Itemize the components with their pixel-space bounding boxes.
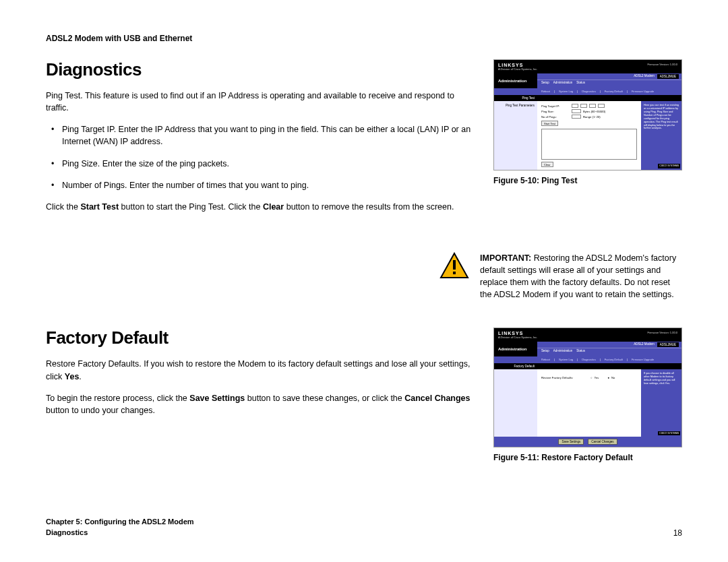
yes-ref: Yes	[65, 372, 80, 381]
diagnostics-row: Diagnostics Ping Test. This feature is u…	[46, 59, 682, 222]
num-input[interactable]	[572, 115, 581, 119]
diagnostics-heading: Diagnostics	[46, 59, 475, 80]
field-size-label: Ping Size:	[541, 110, 570, 113]
section-label: Administration	[494, 342, 537, 356]
size-hint: Bytes (60~65500)	[583, 110, 605, 113]
factory-text: Factory Default Restore Factory Defaults…	[46, 327, 475, 462]
important-row: IMPORTANT: Restoring the ADSL2 Modem's f…	[46, 252, 682, 301]
ip-input-1[interactable]	[572, 104, 578, 108]
page-footer: Chapter 5: Configuring the ADSL2 Modem D…	[46, 517, 682, 538]
diagnostics-text: Diagnostics Ping Test. This feature is u…	[46, 59, 475, 222]
figure-5-10: LINKSYS A Division of Cisco Systems, Inc…	[493, 59, 682, 222]
text: button to start the Ping Test. Click the	[119, 202, 263, 212]
radio-no[interactable]: ●	[607, 376, 609, 379]
factory-default-screenshot: LINKSYS A Division of Cisco Systems, Inc…	[493, 327, 682, 447]
model-code: ADSL2MUE	[657, 74, 679, 79]
model-label: ADSL2 Modem	[634, 342, 655, 347]
factory-p1: Restore Factory Defaults. If you wish to…	[46, 358, 475, 382]
bullet-target-ip: Ping Target IP. Enter the IP Address tha…	[62, 123, 475, 148]
svg-rect-2	[453, 272, 456, 274]
crumb-label: Factory Default	[497, 365, 537, 368]
diagnostics-intro: Ping Test. This feature is used to find …	[46, 90, 475, 114]
text: button to remove the results from the sc…	[284, 202, 454, 212]
page-number: 18	[673, 528, 682, 538]
size-input[interactable]	[572, 109, 581, 113]
factory-row: Factory Default Restore Factory Defaults…	[46, 327, 682, 462]
clear-button[interactable]: Clear	[541, 162, 553, 167]
subtab-syslog[interactable]: System Log	[559, 90, 573, 93]
results-area	[541, 129, 637, 160]
help-text: If you choose to disable all other Modem…	[644, 372, 679, 385]
figure-5-11-caption: Figure 5-11: Restore Factory Default	[493, 453, 682, 462]
start-test-ref: Start Test	[80, 202, 119, 212]
svg-rect-1	[453, 260, 456, 270]
ping-test-screenshot: LINKSYS A Division of Cisco Systems, Inc…	[493, 59, 682, 170]
field-target-label: Ping Target IP:	[541, 104, 570, 108]
figure-5-10-caption: Figure 5-10: Ping Test	[493, 176, 682, 185]
subtab-diagnostics[interactable]: Diagnostics	[582, 90, 596, 93]
cancel-changes-button[interactable]: Cancel Changes	[588, 439, 617, 445]
model-label: ADSL2 Modem	[634, 74, 655, 79]
cancel-changes-ref: Cancel Changes	[404, 394, 470, 403]
num-hint: Range (1~20)	[583, 115, 601, 119]
tab-administration[interactable]: Administration	[553, 349, 573, 352]
field-num-label: No of Pings:	[541, 115, 570, 119]
tab-administration[interactable]: Administration	[553, 81, 573, 84]
subtab-firmware[interactable]: Firmware Upgrade	[632, 358, 654, 361]
text: Restore Factory Defaults. If you wish to…	[46, 359, 470, 381]
bullet-ping-size: Ping Size. Enter the size of the ping pa…	[62, 158, 475, 170]
cisco-logo: CISCO SYSTEMS	[658, 164, 680, 168]
start-test-button[interactable]: Start Test	[541, 121, 558, 126]
important-text: IMPORTANT: Restoring the ADSL2 Modem's f…	[480, 252, 682, 301]
ip-input-4[interactable]	[598, 104, 605, 108]
save-settings-button[interactable]: Save Settings	[558, 439, 584, 445]
bullet-num-pings: Number of Pings. Enter the number of tim…	[62, 179, 475, 191]
subtab-factory[interactable]: Factory Default	[605, 90, 623, 93]
firmware-label: Firmware Version: 1.00.0	[648, 63, 677, 66]
diagnostics-closing: Click the Start Test button to start the…	[46, 201, 475, 213]
panel-label: Ping Test Parameters	[494, 101, 537, 170]
text: Click the	[46, 202, 80, 212]
product-header: ADSL2 Modem with USB and Ethernet	[46, 34, 682, 43]
model-code: ADSL2MUE	[657, 342, 679, 347]
diagnostics-bullets: Ping Target IP. Enter the IP Address tha…	[46, 123, 475, 191]
warning-icon	[439, 252, 469, 279]
subtab-syslog[interactable]: System Log	[559, 358, 573, 361]
tab-status[interactable]: Status	[576, 81, 585, 84]
subtab-reboot[interactable]: Reboot	[541, 90, 550, 93]
opt-yes: Yes	[595, 376, 599, 379]
help-text: Here you can test if an existing or a cu…	[644, 104, 679, 130]
subtab-firmware[interactable]: Firmware Upgrade	[632, 90, 654, 93]
opt-no: No	[611, 376, 615, 379]
firmware-label: Firmware Version: 1.00.0	[648, 331, 677, 334]
important-callout: IMPORTANT: Restoring the ADSL2 Modem's f…	[439, 252, 682, 301]
brand-sub: A Division of Cisco Systems, Inc.	[498, 336, 677, 339]
important-label: IMPORTANT:	[480, 253, 531, 263]
footer-section: Diagnostics	[46, 528, 194, 538]
ip-input-3[interactable]	[589, 104, 596, 108]
cisco-logo: CISCO SYSTEMS	[658, 431, 680, 436]
figure-5-11: LINKSYS A Division of Cisco Systems, Inc…	[493, 327, 682, 462]
footer-chapter: Chapter 5: Configuring the ADSL2 Modem	[46, 517, 194, 527]
save-settings-ref: Save Settings	[189, 394, 245, 403]
factory-p2: To begin the restore process, click the …	[46, 392, 475, 416]
ip-input-2[interactable]	[580, 104, 587, 108]
text: button to undo your changes.	[46, 406, 155, 415]
tab-setup[interactable]: Setup	[541, 81, 549, 84]
subtab-diagnostics[interactable]: Diagnostics	[582, 358, 596, 361]
crumb-label: Ping Test	[497, 96, 537, 100]
factory-heading: Factory Default	[46, 327, 475, 348]
tab-setup[interactable]: Setup	[541, 349, 549, 352]
section-label: Administration	[494, 73, 537, 88]
text: .	[79, 372, 81, 381]
tab-status[interactable]: Status	[576, 349, 585, 352]
clear-ref: Clear	[263, 202, 284, 212]
text: To begin the restore process, click the	[46, 394, 189, 403]
subtab-factory[interactable]: Factory Default	[605, 358, 623, 361]
panel-label	[494, 369, 537, 437]
brand-sub: A Division of Cisco Systems, Inc.	[498, 67, 677, 71]
radio-yes[interactable]: ○	[590, 376, 593, 379]
subtab-reboot[interactable]: Reboot	[541, 358, 550, 361]
text: button to save these changes, or click t…	[245, 394, 404, 403]
restore-label: Restore Factory Defaults:	[541, 376, 588, 379]
